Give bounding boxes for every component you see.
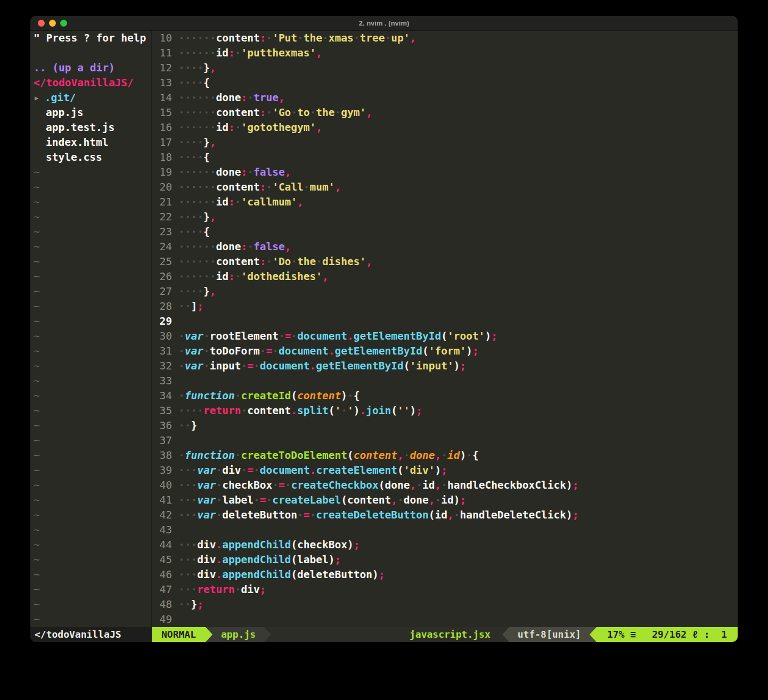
code-line[interactable]: 27····}, (152, 284, 738, 299)
empty-line-tilde: ~ (30, 523, 151, 538)
line-number: 32 (152, 359, 172, 374)
code-editor[interactable]: 10······content:·'Put·the·xmas·tree·up',… (152, 31, 738, 627)
empty-line-tilde: ~ (30, 195, 151, 210)
filename-label: app.js (213, 627, 264, 642)
code-line[interactable]: 31·var·toDoForm·=·document.getElementByI… (152, 344, 738, 359)
title-bar: 2. nvim . (nvim) (30, 16, 738, 31)
line-number: 42 (152, 508, 172, 523)
code-line[interactable]: 18····{ (152, 150, 738, 165)
code-line[interactable]: 23····{ (152, 225, 738, 240)
empty-line-tilde: ~ (30, 478, 151, 493)
code-line[interactable]: 45···div.appendChild(label); (152, 553, 738, 567)
line-number: 10 (152, 31, 172, 46)
empty-line-tilde: ~ (30, 254, 151, 269)
line-number: 16 (152, 120, 172, 135)
line-number: 15 (152, 105, 172, 120)
line-number: 24 (152, 240, 172, 254)
file-item[interactable]: app.js (30, 105, 151, 120)
code-text: ····}, (178, 61, 216, 76)
code-line[interactable]: 36··} (152, 418, 738, 433)
code-line[interactable]: 48··}; (152, 597, 738, 612)
code-line[interactable]: 34·function·createId(content)·{ (152, 389, 738, 403)
code-line[interactable]: 20······content:·'Call·mum', (152, 180, 738, 195)
line-number: 30 (152, 329, 172, 344)
explorer-row[interactable]: .. (up a dir) (30, 61, 151, 76)
powerline-arrow-icon (590, 627, 597, 642)
code-line[interactable]: 28··]; (152, 299, 738, 314)
code-line[interactable]: 30·var·rootElement·=·document.getElement… (152, 329, 738, 344)
line-number: 44 (152, 538, 172, 553)
code-text: ······content:·'Put·the·xmas·tree·up', (178, 31, 416, 46)
code-line[interactable]: 32·var·input·=·document.getElementById('… (152, 359, 738, 374)
code-line[interactable]: 40···var·checkBox·=·createCheckbox(done,… (152, 478, 738, 493)
explorer-row[interactable]: </todoVanillaJS/ (30, 76, 151, 90)
code-line[interactable]: 14······done:·true, (152, 90, 738, 105)
code-line[interactable]: 43 (152, 523, 738, 538)
filetype-label: javascript.jsx (410, 627, 502, 642)
code-line[interactable]: 22····}, (152, 210, 738, 225)
code-line[interactable]: 29 (152, 314, 738, 329)
code-line[interactable]: 49 (152, 612, 738, 627)
empty-line-tilde: ~ (30, 299, 151, 314)
code-line[interactable]: 13····{ (152, 76, 738, 90)
code-line[interactable]: 26······id:·'dothedishes', (152, 269, 738, 284)
line-number: 20 (152, 180, 172, 195)
code-line[interactable]: 19······done:·false, (152, 165, 738, 180)
code-line[interactable]: 17····}, (152, 135, 738, 150)
code-text: ····{ (178, 76, 210, 90)
code-line[interactable]: 37 (152, 433, 738, 448)
file-item[interactable]: style.css (30, 150, 151, 165)
code-text: ·function·createToDoElement(content,·don… (178, 448, 479, 463)
line-number: 40 (152, 478, 172, 493)
empty-line-tilde: ~ (30, 493, 151, 508)
code-line[interactable]: 24······done:·false, (152, 240, 738, 254)
empty-line-tilde: ~ (30, 359, 151, 374)
status-bar: </todoVanillaJS NORMAL app.js javascript… (30, 627, 738, 642)
line-number: 27 (152, 284, 172, 299)
code-text: ······id:·'putthexmas', (178, 46, 322, 61)
code-line[interactable]: 35····return·content.split('·').join('')… (152, 403, 738, 418)
empty-line-tilde: ~ (30, 448, 151, 463)
code-line[interactable]: 15······content:·'Go·to·the·gym', (152, 105, 738, 120)
code-text: ······id:·'callmum', (178, 195, 304, 210)
line-number: 21 (152, 195, 172, 210)
close-button[interactable] (38, 20, 45, 27)
code-line[interactable]: 39···var·div·=·document.createElement('d… (152, 463, 738, 478)
expand-arrow-icon[interactable]: ▸ (34, 92, 40, 104)
line-number: 47 (152, 582, 172, 597)
code-line[interactable]: 21······id:·'callmum', (152, 195, 738, 210)
empty-line-tilde: ~ (30, 225, 151, 240)
code-line[interactable]: 47···return·div; (152, 582, 738, 597)
line-number: 25 (152, 254, 172, 269)
code-line[interactable]: 33 (152, 374, 738, 389)
file-item[interactable]: app.test.js (30, 120, 151, 135)
line-number: 49 (152, 612, 172, 627)
code-line[interactable]: 38·function·createToDoElement(content,·d… (152, 448, 738, 463)
code-line[interactable]: 44···div.appendChild(checkBox); (152, 538, 738, 553)
code-line[interactable]: 11······id:·'putthexmas', (152, 46, 738, 61)
code-line[interactable]: 12····}, (152, 61, 738, 76)
code-text: ······id:·'dothedishes', (178, 269, 329, 284)
empty-line-tilde: ~ (30, 344, 151, 359)
code-text: ······done:·false, (178, 240, 291, 254)
code-line[interactable]: 42···var·deleteButton·=·createDeleteButt… (152, 508, 738, 523)
code-line[interactable]: 25······content:·'Do·the·dishes', (152, 254, 738, 269)
line-number: 14 (152, 90, 172, 105)
minimize-button[interactable] (49, 20, 56, 27)
code-line[interactable]: 46···div.appendChild(deleteButton); (152, 567, 738, 582)
empty-line-tilde: ~ (30, 403, 151, 418)
code-text: ····}, (178, 135, 216, 150)
code-text: ······done:·true, (178, 90, 285, 105)
code-line[interactable]: 16······id:·'gotothegym', (152, 120, 738, 135)
code-line[interactable]: 10······content:·'Put·the·xmas·tree·up', (152, 31, 738, 46)
empty-line-tilde: ~ (30, 269, 151, 284)
file-item[interactable]: index.html (30, 135, 151, 150)
dir-item[interactable]: ▸.git/ (30, 90, 151, 105)
code-text: ··]; (178, 299, 203, 314)
empty-line-tilde: ~ (30, 240, 151, 254)
file-explorer[interactable]: " Press ? for help.. (up a dir)</todoVan… (30, 31, 151, 627)
code-line[interactable]: 41···var·label·=·createLabel(content,·do… (152, 493, 738, 508)
line-number: 13 (152, 76, 172, 90)
encoding-label: utf-8[unix] (509, 627, 590, 642)
zoom-button[interactable] (60, 20, 67, 27)
